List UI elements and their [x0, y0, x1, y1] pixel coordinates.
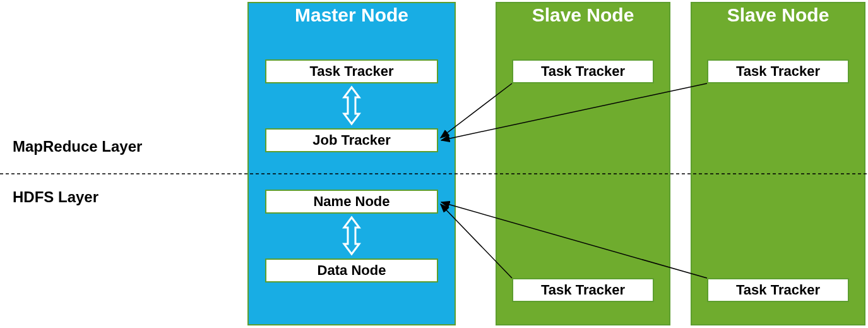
slave-node-2: Slave Node: [691, 2, 865, 325]
master-data-node-box: Data Node: [265, 258, 438, 282]
master-task-tracker-box: Task Tracker: [265, 59, 438, 83]
master-name-node-box: Name Node: [265, 190, 438, 214]
slave1-task-tracker-top: Task Tracker: [512, 59, 654, 83]
slave-node-1: Slave Node: [496, 2, 670, 325]
master-job-tracker-box: Job Tracker: [265, 128, 438, 152]
slave-node-2-title: Slave Node: [692, 4, 864, 26]
slave1-task-tracker-bottom: Task Tracker: [512, 278, 654, 302]
slave2-task-tracker-top: Task Tracker: [707, 59, 849, 83]
slave-node-1-title: Slave Node: [497, 4, 669, 26]
diagram-canvas: MapReduce Layer HDFS Layer Master Node T…: [0, 0, 868, 328]
mapreduce-layer-label: MapReduce Layer: [13, 138, 142, 155]
slave2-task-tracker-bottom: Task Tracker: [707, 278, 849, 302]
master-node-title: Master Node: [249, 4, 455, 26]
hdfs-layer-label: HDFS Layer: [13, 188, 98, 206]
